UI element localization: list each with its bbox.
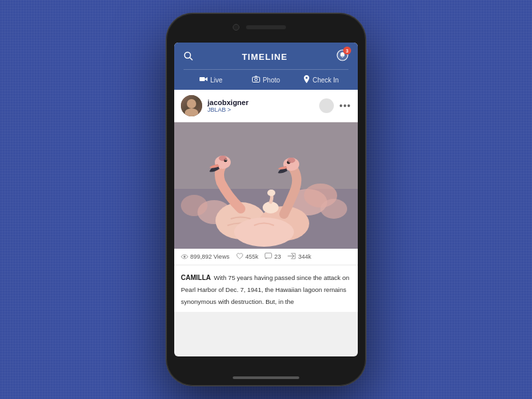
post-image: [174, 122, 358, 249]
likes-stat[interactable]: 455k: [236, 253, 259, 261]
svg-rect-3: [200, 77, 205, 81]
views-icon: [181, 253, 188, 261]
svg-point-5: [255, 78, 257, 81]
likes-icon: [236, 253, 243, 261]
post-user-info: jacobxigner JBLAB >: [202, 98, 319, 113]
post-author-name: CAMILLA: [181, 274, 211, 281]
svg-rect-8: [174, 122, 358, 189]
search-icon[interactable]: [184, 51, 193, 63]
phone-speaker: [246, 25, 286, 29]
more-options-icon[interactable]: •••: [339, 100, 351, 111]
shares-value: 344k: [298, 253, 311, 260]
comments-value: 23: [274, 253, 281, 260]
notification-bell[interactable]: 3: [336, 49, 348, 64]
photo-icon: [252, 76, 260, 84]
privacy-icon[interactable]: [319, 98, 334, 113]
svg-point-27: [184, 255, 186, 257]
header-top: TIMELINE 3: [184, 49, 348, 69]
svg-point-18: [219, 156, 227, 161]
phone-camera: [233, 24, 239, 31]
live-action[interactable]: Live: [184, 70, 239, 90]
svg-point-11: [321, 199, 347, 219]
post-header-right: •••: [319, 98, 351, 113]
phone-mockup: TIMELINE 3: [166, 13, 366, 386]
post-username: jacobxigner: [207, 98, 319, 106]
svg-point-13: [181, 195, 207, 216]
svg-point-23: [287, 158, 295, 163]
phone-screen: TIMELINE 3: [174, 43, 358, 356]
photo-action[interactable]: Photo: [239, 70, 294, 90]
action-bar: Live Photo: [184, 69, 348, 90]
comments-stat[interactable]: 23: [265, 253, 281, 261]
checkin-action[interactable]: Check In: [293, 70, 348, 90]
live-label: Live: [210, 76, 222, 84]
post-stats: 899,892 Views 455k: [174, 249, 358, 265]
home-indicator[interactable]: [233, 376, 299, 379]
shares-icon: [287, 253, 296, 261]
views-stat: 899,892 Views: [181, 253, 229, 261]
svg-point-6: [305, 77, 307, 79]
page-title: TIMELINE: [242, 52, 288, 62]
app-header: TIMELINE 3: [174, 43, 358, 90]
photo-label: Photo: [263, 76, 280, 84]
shares-stat[interactable]: 344k: [287, 253, 311, 261]
views-value: 899,892 Views: [190, 253, 229, 260]
avatar: [181, 95, 202, 116]
comments-icon: [265, 253, 272, 261]
svg-rect-28: [265, 253, 272, 259]
live-icon: [200, 76, 207, 84]
notification-badge: 3: [343, 47, 351, 55]
post-header: jacobxigner JBLAB > •••: [174, 90, 358, 122]
phone-body: TIMELINE 3: [166, 13, 366, 386]
svg-point-24: [234, 217, 294, 247]
checkin-label: Check In: [313, 76, 338, 84]
checkin-icon: [303, 75, 310, 84]
svg-line-1: [190, 57, 193, 60]
post-text: CAMILLA With 75 years having passed sinc…: [174, 265, 358, 312]
post-sublabel[interactable]: JBLAB >: [207, 106, 319, 113]
svg-point-26: [267, 190, 275, 196]
likes-value: 455k: [245, 253, 259, 260]
